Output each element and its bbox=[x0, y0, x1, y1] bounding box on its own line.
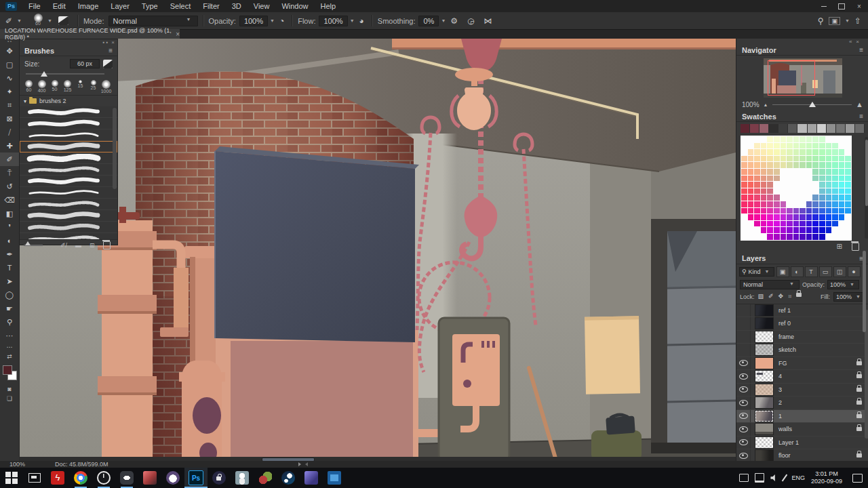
swatch-cell[interactable] bbox=[741, 214, 747, 220]
swatch-cell[interactable] bbox=[787, 188, 793, 195]
swatch-cell[interactable] bbox=[845, 182, 851, 188]
share-icon[interactable]: ⇧ bbox=[854, 16, 861, 26]
swatch-cell[interactable] bbox=[741, 188, 747, 195]
app-white[interactable] bbox=[231, 468, 254, 488]
swatch-cell[interactable] bbox=[748, 176, 754, 182]
blur-tool[interactable]: ❜ bbox=[0, 220, 19, 234]
swatch-cell[interactable] bbox=[845, 176, 851, 182]
clock[interactable]: 3:01 PM 2020-09-09 bbox=[811, 470, 842, 485]
swatch-cell[interactable] bbox=[741, 234, 747, 240]
swatch-cell[interactable] bbox=[819, 195, 825, 201]
swatch-cell[interactable] bbox=[774, 234, 780, 240]
swatch-cell[interactable] bbox=[800, 214, 806, 220]
visibility-toggle[interactable] bbox=[736, 384, 751, 396]
filter-pixel-layers-icon[interactable]: ▣ bbox=[776, 266, 789, 277]
swatch-cell[interactable] bbox=[761, 169, 767, 175]
swatch-cell[interactable] bbox=[761, 143, 767, 149]
menu-item-file[interactable]: File bbox=[22, 0, 47, 12]
swatch-cell[interactable] bbox=[800, 182, 806, 188]
recent-swatch[interactable] bbox=[846, 124, 855, 133]
swatch-cell[interactable] bbox=[754, 156, 760, 162]
swatch-cell[interactable] bbox=[781, 176, 787, 182]
swatch-cell[interactable] bbox=[774, 227, 780, 233]
visibility-toggle[interactable] bbox=[736, 436, 751, 449]
swatch-cell[interactable] bbox=[741, 143, 747, 149]
swatch-cell[interactable] bbox=[806, 214, 812, 220]
swatch-cell[interactable] bbox=[774, 214, 780, 220]
layer-row[interactable]: frame bbox=[736, 331, 868, 344]
app-blue[interactable] bbox=[323, 468, 346, 488]
swatch-cell[interactable] bbox=[832, 169, 838, 175]
workspace-chevron-icon[interactable]: ▼ bbox=[845, 18, 850, 23]
swatch-cell[interactable] bbox=[748, 162, 754, 168]
swatch-cell[interactable] bbox=[741, 227, 747, 233]
swatch-cell[interactable] bbox=[806, 176, 812, 182]
swatch-cell[interactable] bbox=[761, 201, 767, 207]
menu-item-image[interactable]: Image bbox=[72, 0, 105, 12]
restore-button[interactable] bbox=[833, 0, 850, 12]
swatch-cell[interactable] bbox=[806, 227, 812, 233]
swatch-cell[interactable] bbox=[774, 169, 780, 175]
layer-thumbnail[interactable] bbox=[755, 410, 774, 422]
swatch-cell[interactable] bbox=[793, 169, 800, 175]
swatch-cell[interactable] bbox=[812, 143, 818, 149]
swatch-cell[interactable] bbox=[748, 195, 754, 201]
visibility-toggle[interactable] bbox=[736, 449, 751, 462]
swatch-cell[interactable] bbox=[741, 162, 747, 168]
swatch-cell[interactable] bbox=[754, 214, 760, 220]
menu-item-type[interactable]: Type bbox=[136, 0, 164, 12]
swatch-cell[interactable] bbox=[754, 182, 760, 188]
menu-item-3d[interactable]: 3D bbox=[226, 0, 248, 12]
swatch-cell[interactable] bbox=[806, 143, 812, 149]
swatch-cell[interactable] bbox=[741, 195, 747, 201]
swatch-cell[interactable] bbox=[806, 221, 812, 227]
swatch-cell[interactable] bbox=[806, 182, 812, 188]
swatch-cell[interactable] bbox=[806, 234, 812, 240]
swatch-cell[interactable] bbox=[774, 143, 780, 149]
swatch-cell[interactable] bbox=[832, 162, 838, 168]
swatch-cell[interactable] bbox=[767, 201, 773, 207]
swatch-cell[interactable] bbox=[754, 208, 760, 214]
swatch-cell[interactable] bbox=[819, 182, 825, 188]
swatch-cell[interactable] bbox=[812, 188, 818, 195]
app-keepass[interactable] bbox=[208, 468, 231, 488]
layer-blend-mode-select[interactable]: Normal▼ bbox=[740, 280, 800, 289]
shape-tool[interactable]: ◯ bbox=[0, 288, 19, 302]
navigator-zoom-slider[interactable] bbox=[772, 101, 852, 108]
swatch-cell[interactable] bbox=[774, 176, 780, 182]
layer-row[interactable]: 3 bbox=[736, 384, 868, 397]
swatch-cell[interactable] bbox=[845, 149, 851, 155]
status-zoom[interactable]: 100% bbox=[9, 461, 25, 468]
layer-thumbnail[interactable] bbox=[755, 370, 774, 382]
swatch-cell[interactable] bbox=[781, 234, 787, 240]
swatch-cell[interactable] bbox=[812, 221, 818, 227]
swatch-cell[interactable] bbox=[812, 149, 818, 155]
brush-preset-picker[interactable]: 60 bbox=[31, 14, 45, 28]
layer-row[interactable]: FG bbox=[736, 357, 868, 371]
swatch-cell[interactable] bbox=[793, 143, 800, 149]
swatch-cell[interactable] bbox=[806, 195, 812, 201]
layer-thumbnail[interactable] bbox=[755, 396, 774, 409]
layer-row[interactable]: walls bbox=[736, 423, 868, 436]
swatch-cell[interactable] bbox=[781, 201, 787, 207]
swatch-cell[interactable] bbox=[812, 169, 818, 175]
swatch-cell[interactable] bbox=[741, 208, 747, 214]
swatch-cell[interactable] bbox=[787, 176, 793, 182]
swatch-cell[interactable] bbox=[819, 208, 825, 214]
swatch-cell[interactable] bbox=[774, 136, 780, 142]
lock-transparency-icon[interactable]: ▨ bbox=[758, 293, 764, 300]
swatch-cell[interactable] bbox=[787, 162, 793, 168]
brush-size-slider[interactable] bbox=[26, 70, 111, 78]
swatch-cell[interactable] bbox=[806, 149, 812, 155]
filter-type-layers-icon[interactable]: T bbox=[805, 266, 818, 277]
swatch-cell[interactable] bbox=[787, 201, 793, 207]
brush-stroke-item[interactable] bbox=[20, 118, 117, 129]
swatch-cell[interactable] bbox=[741, 149, 747, 155]
layer-row[interactable]: 2 bbox=[736, 396, 868, 410]
swatch-cell[interactable] bbox=[781, 188, 787, 195]
swatch-cell[interactable] bbox=[800, 234, 806, 240]
swatch-cell[interactable] bbox=[826, 156, 832, 162]
visibility-toggle[interactable] bbox=[736, 370, 751, 383]
brush-angle-icon[interactable]: ◶ bbox=[467, 16, 474, 26]
status-arrow-right-icon[interactable] bbox=[298, 462, 301, 466]
